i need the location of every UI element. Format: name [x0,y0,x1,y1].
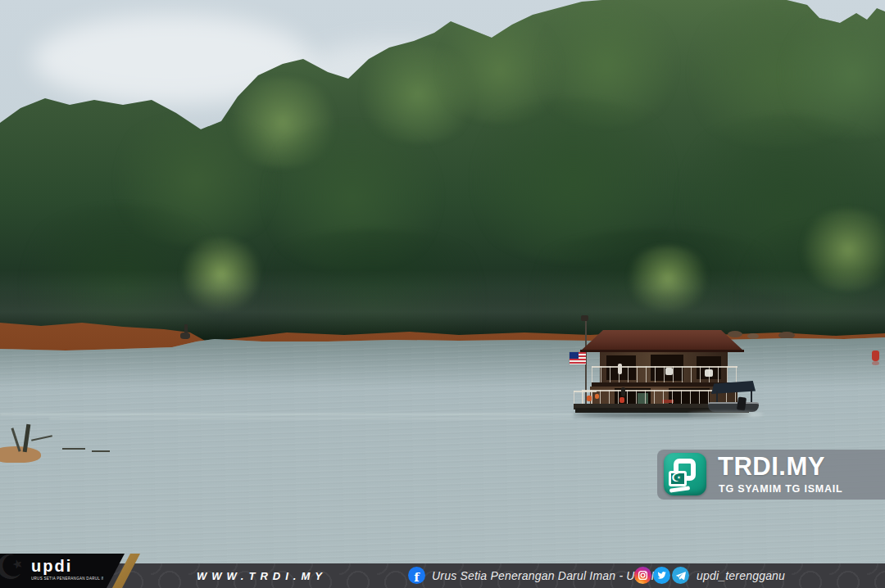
facebook-icon: f [408,567,425,584]
upper-balcony-railing [592,366,738,382]
updi-logo-text: updi [31,557,72,576]
red-buoy [872,351,879,361]
watermark-credit: TG SYAMIM TG ISMAIL [719,483,843,495]
floating-stick [92,450,110,452]
person-on-deck [621,387,625,396]
trdi-watermark-band: ☪ TRDI.MY TG SYAMIM TG ISMAIL [657,450,885,500]
footer-bar: ☪ updi URUS SETIA PENERANGAN DARUL IMAN … [0,563,885,588]
instagram-icon [634,567,651,584]
instagram-glyph [638,570,648,581]
flag-pole-finial [581,315,588,321]
houseboat-roof [580,330,744,351]
deck-chair [665,368,673,375]
updi-badge: ☪ updi URUS SETIA PENERANGAN DARUL IMAN [0,554,148,588]
life-jacket [620,397,624,403]
life-jacket [595,394,599,399]
deck-chair [705,369,713,377]
hull-water-shadow [574,412,751,418]
tender-boat-hull [708,402,759,412]
sand-mound [0,446,41,463]
twitter-icon [653,567,670,584]
facebook-caption: Urus Setia Penerangan Darul Iman - UPDI [432,569,655,582]
life-jacket [587,396,592,401]
houseboat [567,315,768,425]
person-on-deck [618,364,622,374]
photo-lake-houseboat-scene: ☪ TRDI.MY TG SYAMIM TG ISMAIL ☪ updi URU… [0,0,885,588]
crescent-star-icon: ☪ [671,472,682,483]
shore-rock [778,332,795,339]
social-handle-text: updi_terengganu [697,569,785,582]
footer-website-text: WWW.TRDI.MY [197,570,327,582]
bow-railing [574,391,597,404]
telegram-icon [672,567,689,584]
trdi-app-icon: ☪ [664,453,706,495]
floating-stick [62,448,85,450]
boat-wake-line [49,418,574,419]
twitter-bird-glyph [656,570,667,581]
buoy-reflection [872,361,879,365]
icon-swoosh [669,486,690,492]
telegram-plane-glyph [675,570,686,581]
watermark-brand: TRDI.MY [718,452,825,482]
boat-wake-line [0,414,574,415]
malaysia-flag [570,352,586,364]
dead-snag [180,332,190,339]
facebook-glyph: f [414,570,419,585]
flag-canton [570,352,579,359]
updi-logo-caption: URUS SETIA PENERANGAN DARUL IMAN [31,577,103,581]
